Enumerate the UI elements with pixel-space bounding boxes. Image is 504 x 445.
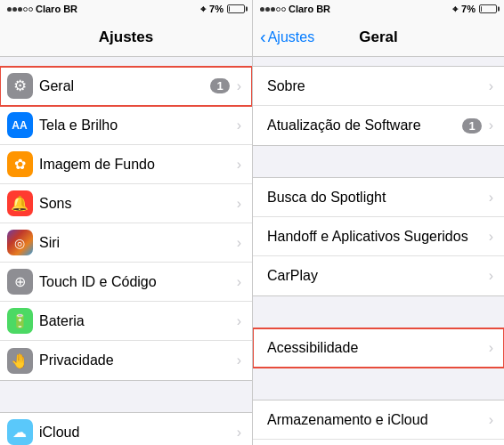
left-content: ⚙ Geral 1 › AA Tela e Brilho › xyxy=(0,57,252,445)
right-status-right: ⌖ 7% xyxy=(452,4,497,15)
tela-icon: AA xyxy=(7,112,33,138)
right-status-left: Claro BR xyxy=(260,4,330,14)
r-signal-dot-2 xyxy=(265,7,270,12)
icloud-label: iCloud xyxy=(39,425,237,441)
left-item-icloud[interactable]: ☁ iCloud › xyxy=(0,413,252,445)
atualizacao-soft-chevron: › xyxy=(489,117,493,134)
r-signal-dot-1 xyxy=(260,7,264,12)
battery-percent: 7% xyxy=(209,4,224,14)
right-item-acessibilidade[interactable]: Acessibilidade › xyxy=(253,328,504,368)
sobre-chevron: › xyxy=(489,78,493,94)
right-panel: Claro BR ⌖ 7% ‹ Ajustes Geral Sobre › At… xyxy=(252,0,504,445)
right-bluetooth-icon: ⌖ xyxy=(452,4,458,15)
imagem-chevron: › xyxy=(237,157,241,173)
left-group-2: ☁ iCloud › ♪ iTunes Store e App Store › xyxy=(0,412,252,445)
imagem-label: Imagem de Fundo xyxy=(39,157,237,173)
left-nav-title: Ajustes xyxy=(99,28,153,46)
sons-icon: 🔔 xyxy=(7,190,33,216)
privacidade-icon: 🤚 xyxy=(7,348,33,374)
signal-dot-4 xyxy=(23,7,28,12)
bateria-chevron: › xyxy=(237,313,241,329)
handoff-label: Handoff e Aplicativos Sugeridos xyxy=(267,229,489,245)
right-item-handoff[interactable]: Handoff e Aplicativos Sugeridos › xyxy=(253,217,504,256)
right-nav-title: Geral xyxy=(359,28,397,46)
geral-badge: 1 xyxy=(210,78,229,93)
right-item-atualizacao-soft[interactable]: Atualização de Software 1 › xyxy=(253,106,504,145)
icloud-icon-wrapper: ☁ xyxy=(0,413,39,446)
imagem-icon-wrapper: ✿ xyxy=(0,145,39,184)
bateria-label: Bateria xyxy=(39,313,237,329)
right-item-carplay[interactable]: CarPlay › xyxy=(253,256,504,295)
back-button[interactable]: ‹ Ajustes xyxy=(260,28,314,45)
right-item-armazenamento[interactable]: Armazenamento e iCloud › xyxy=(253,400,504,440)
busca-label: Busca do Spotlight xyxy=(267,190,489,206)
siri-icon: ◎ xyxy=(7,230,33,255)
right-status-bar: Claro BR ⌖ 7% xyxy=(253,0,504,18)
imagem-icon: ✿ xyxy=(7,151,33,177)
bateria-icon: 🔋 xyxy=(7,308,33,334)
privacidade-label: Privacidade xyxy=(39,352,237,368)
carplay-label: CarPlay xyxy=(267,268,489,284)
sobre-label: Sobre xyxy=(267,78,489,94)
tela-chevron: › xyxy=(237,117,241,134)
acessibilidade-label: Acessibilidade xyxy=(267,340,489,356)
icloud-icon: ☁ xyxy=(7,419,33,445)
right-item-busca[interactable]: Busca do Spotlight › xyxy=(253,178,504,217)
r-signal-dot-3 xyxy=(271,7,275,12)
icloud-chevron: › xyxy=(237,425,241,441)
siri-chevron: › xyxy=(237,235,241,251)
sons-label: Sons xyxy=(39,196,237,212)
right-spacer-top xyxy=(253,57,504,66)
busca-chevron: › xyxy=(489,190,493,206)
signal-dot-3 xyxy=(18,7,22,12)
privacidade-chevron: › xyxy=(237,352,241,368)
siri-icon-wrapper: ◎ xyxy=(0,223,39,263)
left-item-sons[interactable]: 🔔 Sons › xyxy=(0,184,252,223)
tela-label: Tela e Brilho xyxy=(39,117,237,134)
left-item-imagem[interactable]: ✿ Imagem de Fundo › xyxy=(0,145,252,184)
battery-icon xyxy=(227,4,245,13)
right-group-1: Sobre › Atualização de Software 1 › xyxy=(253,66,504,146)
right-group-3: Acessibilidade › xyxy=(253,328,504,368)
right-carrier: Claro BR xyxy=(289,4,330,14)
touchid-label: Touch ID e Código xyxy=(39,274,237,290)
atualizacao-soft-badge: 1 xyxy=(462,118,481,134)
right-item-sobre[interactable]: Sobre › xyxy=(253,67,504,106)
r-signal-dot-4 xyxy=(276,7,280,12)
geral-icon: ⚙ xyxy=(7,73,33,99)
right-nav-bar: ‹ Ajustes Geral xyxy=(253,18,504,57)
geral-icon-wrapper: ⚙ xyxy=(0,67,39,106)
acessibilidade-chevron: › xyxy=(489,340,493,356)
bluetooth-icon: ⌖ xyxy=(200,4,206,15)
carplay-chevron: › xyxy=(489,268,493,284)
touchid-icon: ⊕ xyxy=(7,269,33,295)
left-status-left: Claro BR xyxy=(7,4,77,14)
left-nav-bar: Ajustes xyxy=(0,18,252,57)
battery-fill xyxy=(229,6,230,12)
left-item-touchid[interactable]: ⊕ Touch ID e Código › xyxy=(0,263,252,302)
left-panel: Claro BR ⌖ 7% Ajustes ⚙ Geral xyxy=(0,0,252,445)
geral-label: Geral xyxy=(39,78,210,94)
spacer-top xyxy=(0,57,252,66)
left-item-tela[interactable]: AA Tela e Brilho › xyxy=(0,106,252,145)
left-item-siri[interactable]: ◎ Siri › xyxy=(0,223,252,263)
geral-chevron: › xyxy=(237,78,241,94)
left-item-bateria[interactable]: 🔋 Bateria › xyxy=(0,302,252,341)
right-spacer-1 xyxy=(253,146,504,177)
right-group-2: Busca do Spotlight › Handoff e Aplicativ… xyxy=(253,177,504,296)
back-chevron-icon: ‹ xyxy=(260,28,266,45)
right-item-atualizacao-plano[interactable]: Atualização em 2º Plano › xyxy=(253,440,504,445)
siri-label: Siri xyxy=(39,235,237,251)
tela-icon-wrapper: AA xyxy=(0,106,39,145)
carrier-name: Claro BR xyxy=(36,4,77,14)
atualizacao-soft-label: Atualização de Software xyxy=(267,117,462,134)
left-item-privacidade[interactable]: 🤚 Privacidade › xyxy=(0,341,252,380)
right-spacer-3 xyxy=(253,368,504,400)
handoff-chevron: › xyxy=(489,229,493,245)
left-group-1: ⚙ Geral 1 › AA Tela e Brilho › xyxy=(0,66,252,381)
touchid-chevron: › xyxy=(237,274,241,290)
sons-icon-wrapper: 🔔 xyxy=(0,184,39,223)
armazenamento-label: Armazenamento e iCloud xyxy=(267,412,489,428)
r-signal-dot-5 xyxy=(281,7,286,12)
left-item-geral[interactable]: ⚙ Geral 1 › xyxy=(0,67,252,106)
